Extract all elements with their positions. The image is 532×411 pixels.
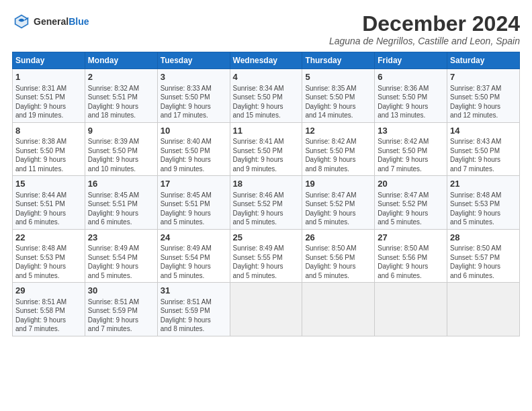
day-info: Sunrise: 8:36 AMSunset: 5:50 PMDaylight:… [378, 84, 444, 120]
calendar-cell: 27Sunrise: 8:50 AMSunset: 5:56 PMDayligh… [375, 229, 447, 283]
calendar-cell: 28Sunrise: 8:50 AMSunset: 5:57 PMDayligh… [447, 229, 520, 283]
calendar-row: 1Sunrise: 8:31 AMSunset: 5:51 PMDaylight… [13, 69, 520, 123]
day-number: 26 [305, 232, 371, 244]
col-wednesday: Wednesday [230, 52, 302, 69]
calendar-cell: 18Sunrise: 8:46 AMSunset: 5:52 PMDayligh… [230, 176, 302, 230]
title-block: December 2024 Laguna de Negrillos, Casti… [329, 12, 520, 46]
day-number: 11 [233, 125, 300, 137]
calendar-cell: 26Sunrise: 8:50 AMSunset: 5:56 PMDayligh… [302, 229, 375, 283]
day-number: 1 [15, 71, 82, 83]
day-number: 5 [305, 71, 371, 83]
day-info: Sunrise: 8:49 AMSunset: 5:54 PMDaylight:… [161, 244, 227, 280]
calendar-cell: 11Sunrise: 8:41 AMSunset: 5:50 PMDayligh… [230, 122, 302, 176]
calendar-cell: 2Sunrise: 8:32 AMSunset: 5:51 PMDaylight… [85, 69, 157, 123]
calendar-cell: 9Sunrise: 8:39 AMSunset: 5:50 PMDaylight… [85, 122, 157, 176]
day-info: Sunrise: 8:48 AMSunset: 5:53 PMDaylight:… [450, 191, 517, 227]
calendar-cell: 5Sunrise: 8:35 AMSunset: 5:50 PMDaylight… [302, 69, 375, 123]
day-info: Sunrise: 8:50 AMSunset: 5:57 PMDaylight:… [450, 244, 517, 280]
calendar-cell: 6Sunrise: 8:36 AMSunset: 5:50 PMDaylight… [375, 69, 447, 123]
day-number: 25 [233, 232, 300, 244]
day-number: 30 [88, 285, 154, 297]
calendar-cell: 19Sunrise: 8:47 AMSunset: 5:52 PMDayligh… [302, 176, 375, 230]
day-number: 2 [88, 71, 154, 83]
day-number: 22 [15, 232, 82, 244]
calendar-cell [230, 283, 302, 336]
calendar-row: 8Sunrise: 8:38 AMSunset: 5:50 PMDaylight… [13, 122, 520, 176]
calendar-cell: 14Sunrise: 8:43 AMSunset: 5:50 PMDayligh… [447, 122, 520, 176]
calendar-cell: 12Sunrise: 8:42 AMSunset: 5:50 PMDayligh… [302, 122, 375, 176]
day-number: 23 [88, 232, 154, 244]
day-info: Sunrise: 8:50 AMSunset: 5:56 PMDaylight:… [378, 244, 444, 280]
main-title: December 2024 [329, 12, 520, 36]
day-number: 31 [161, 285, 227, 297]
day-info: Sunrise: 8:44 AMSunset: 5:51 PMDaylight:… [15, 191, 82, 227]
day-info: Sunrise: 8:43 AMSunset: 5:50 PMDaylight:… [450, 137, 517, 173]
day-number: 7 [450, 71, 517, 83]
day-info: Sunrise: 8:51 AMSunset: 5:58 PMDaylight:… [15, 298, 82, 334]
day-info: Sunrise: 8:46 AMSunset: 5:52 PMDaylight:… [233, 191, 300, 227]
day-info: Sunrise: 8:33 AMSunset: 5:50 PMDaylight:… [161, 84, 227, 120]
day-info: Sunrise: 8:51 AMSunset: 5:59 PMDaylight:… [88, 298, 154, 334]
day-info: Sunrise: 8:41 AMSunset: 5:50 PMDaylight:… [233, 137, 300, 173]
day-info: Sunrise: 8:42 AMSunset: 5:50 PMDaylight:… [305, 137, 371, 173]
day-number: 24 [161, 232, 227, 244]
day-info: Sunrise: 8:42 AMSunset: 5:50 PMDaylight:… [378, 137, 444, 173]
calendar-cell: 4Sunrise: 8:34 AMSunset: 5:50 PMDaylight… [230, 69, 302, 123]
day-number: 10 [161, 125, 227, 137]
calendar-cell: 15Sunrise: 8:44 AMSunset: 5:51 PMDayligh… [13, 176, 85, 230]
day-number: 28 [450, 232, 517, 244]
calendar-cell: 10Sunrise: 8:40 AMSunset: 5:50 PMDayligh… [157, 122, 230, 176]
calendar-table: Sunday Monday Tuesday Wednesday Thursday… [12, 52, 520, 336]
day-info: Sunrise: 8:38 AMSunset: 5:50 PMDaylight:… [15, 137, 82, 173]
day-info: Sunrise: 8:47 AMSunset: 5:52 PMDaylight:… [305, 191, 371, 227]
calendar-cell: 23Sunrise: 8:49 AMSunset: 5:54 PMDayligh… [85, 229, 157, 283]
col-friday: Friday [375, 52, 447, 69]
calendar-row: 29Sunrise: 8:51 AMSunset: 5:58 PMDayligh… [13, 283, 520, 336]
day-number: 4 [233, 71, 300, 83]
logo-text: GeneralBlue [34, 16, 89, 27]
day-number: 17 [161, 178, 227, 190]
day-number: 9 [88, 125, 154, 137]
calendar-cell: 29Sunrise: 8:51 AMSunset: 5:58 PMDayligh… [13, 283, 85, 336]
calendar-cell: 3Sunrise: 8:33 AMSunset: 5:50 PMDaylight… [157, 69, 230, 123]
day-number: 14 [450, 125, 517, 137]
day-number: 20 [378, 178, 444, 190]
calendar-cell: 31Sunrise: 8:51 AMSunset: 5:59 PMDayligh… [157, 283, 230, 336]
calendar-cell: 22Sunrise: 8:48 AMSunset: 5:53 PMDayligh… [13, 229, 85, 283]
calendar-cell [447, 283, 520, 336]
subtitle: Laguna de Negrillos, Castille and Leon, … [329, 36, 520, 46]
day-number: 12 [305, 125, 371, 137]
calendar-cell: 17Sunrise: 8:45 AMSunset: 5:51 PMDayligh… [157, 176, 230, 230]
logo-icon [12, 12, 31, 31]
day-number: 29 [15, 285, 82, 297]
col-tuesday: Tuesday [157, 52, 230, 69]
day-info: Sunrise: 8:32 AMSunset: 5:51 PMDaylight:… [88, 84, 154, 120]
day-number: 19 [305, 178, 371, 190]
col-thursday: Thursday [302, 52, 375, 69]
col-sunday: Sunday [13, 52, 85, 69]
calendar-row: 15Sunrise: 8:44 AMSunset: 5:51 PMDayligh… [13, 176, 520, 230]
calendar-cell: 8Sunrise: 8:38 AMSunset: 5:50 PMDaylight… [13, 122, 85, 176]
col-monday: Monday [85, 52, 157, 69]
day-number: 8 [15, 125, 82, 137]
day-number: 21 [450, 178, 517, 190]
calendar-cell: 30Sunrise: 8:51 AMSunset: 5:59 PMDayligh… [85, 283, 157, 336]
day-info: Sunrise: 8:51 AMSunset: 5:59 PMDaylight:… [161, 298, 227, 334]
day-number: 3 [161, 71, 227, 83]
day-number: 16 [88, 178, 154, 190]
col-saturday: Saturday [447, 52, 520, 69]
calendar-row: 22Sunrise: 8:48 AMSunset: 5:53 PMDayligh… [13, 229, 520, 283]
logo: GeneralBlue [12, 12, 89, 31]
day-info: Sunrise: 8:45 AMSunset: 5:51 PMDaylight:… [161, 191, 227, 227]
page: GeneralBlue December 2024 Laguna de Negr… [0, 0, 532, 343]
day-number: 13 [378, 125, 444, 137]
day-info: Sunrise: 8:34 AMSunset: 5:50 PMDaylight:… [233, 84, 300, 120]
day-info: Sunrise: 8:40 AMSunset: 5:50 PMDaylight:… [161, 137, 227, 173]
day-number: 6 [378, 71, 444, 83]
day-info: Sunrise: 8:47 AMSunset: 5:52 PMDaylight:… [378, 191, 444, 227]
calendar-cell [302, 283, 375, 336]
day-info: Sunrise: 8:35 AMSunset: 5:50 PMDaylight:… [305, 84, 371, 120]
day-number: 18 [233, 178, 300, 190]
calendar-cell [375, 283, 447, 336]
calendar-cell: 25Sunrise: 8:49 AMSunset: 5:55 PMDayligh… [230, 229, 302, 283]
